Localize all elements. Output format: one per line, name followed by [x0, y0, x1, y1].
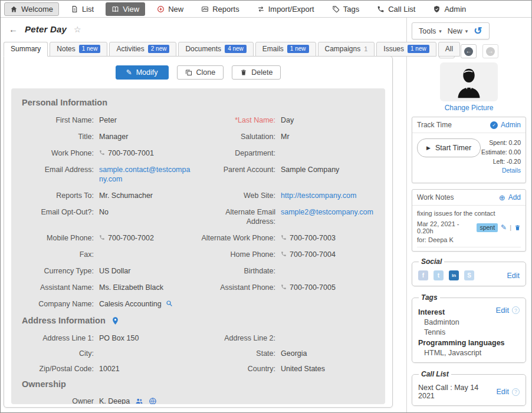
contact-avatar[interactable] [440, 62, 498, 101]
previous-record-button[interactable]: ← [461, 44, 477, 58]
nav-item-new[interactable]: New [151, 2, 189, 16]
team-icon[interactable] [135, 397, 143, 404]
tag-item: Badminton [424, 318, 520, 326]
call-list-section: Call List Next Call : May 14 2021 Edit ? [412, 370, 526, 406]
field-value: Calesis Accounting [99, 299, 193, 309]
field-value: 700-700-7003 [281, 233, 375, 243]
tools-menu-button[interactable]: Tools▾ [419, 27, 442, 35]
modify-button[interactable]: ✎ Modify [116, 65, 169, 80]
search-icon[interactable] [166, 300, 173, 307]
tab-notes[interactable]: Notes1 new [50, 42, 107, 57]
nav-item-list[interactable]: List [65, 2, 100, 16]
tag-item: Tennis [424, 328, 520, 336]
tags-icon [332, 5, 340, 13]
field-row: Currency Type:US DollarBirthdate: [22, 266, 375, 276]
trash-icon[interactable] [514, 224, 521, 231]
time-spent: Spent: 0.20 [481, 138, 521, 148]
social-edit-link[interactable]: Edit [507, 272, 520, 280]
tab-campaigns[interactable]: Campaigns1 [318, 42, 375, 57]
star-icon[interactable]: ☆ [74, 25, 81, 34]
field-row: Mobile Phone:700-700-7002Alternate Work … [22, 233, 375, 243]
nav-item-reports[interactable]: Reports [195, 2, 245, 16]
field-row: City:State:Georgia [22, 349, 375, 358]
tags-edit-link[interactable]: Edit [496, 306, 509, 315]
field-row: Fax:Home Phone:700-700-7004 [22, 250, 375, 259]
skype-icon[interactable]: S [464, 270, 474, 280]
next-record-button[interactable]: → [482, 44, 498, 58]
field-row: Reports To:Mr. SchumacherWeb Site:http:/… [22, 191, 375, 200]
tab-activities[interactable]: Activities2 new [109, 42, 176, 57]
tab-summary[interactable]: Summary [4, 42, 48, 57]
track-time-title: Track Time [417, 121, 452, 129]
right-sidebar: Tools▾ New▾ ↺ ↻ ← → Change Picture Track… [406, 18, 531, 412]
field-label: Currency Type: [22, 266, 94, 276]
record-detail-panel: Personal Information First Name:Peter*La… [11, 88, 385, 404]
field-value: sample.contact@testcompany.com [99, 165, 193, 184]
field-value: sample2@testcompany.com [281, 207, 375, 217]
pencil-icon[interactable]: ✎ [501, 224, 507, 231]
twitter-icon[interactable]: t [434, 270, 444, 280]
field-value: Manager [99, 132, 193, 141]
admin-icon [433, 5, 441, 13]
facebook-icon[interactable]: f [418, 270, 428, 280]
call-list-title: Call List [419, 370, 451, 378]
side-toolbar: Tools▾ New▾ ↺ [412, 22, 490, 39]
field-value: 700-700-7005 [281, 283, 375, 292]
field-value: Georgia [281, 349, 375, 358]
nav-item-welcome[interactable]: Welcome [4, 2, 59, 16]
new-count-badge: 1 new [287, 45, 309, 53]
list-icon [71, 5, 78, 13]
track-time-box: Track Time ✓ Admin ▶ Start Timer Spent: … [412, 117, 526, 183]
back-arrow-icon[interactable]: ← [9, 24, 18, 34]
caret-down-icon: ▾ [465, 28, 468, 34]
note-meta: Mar 22, 2021 - 0.20h spent ✎ | [417, 220, 521, 234]
call-list-edit-link[interactable]: Edit [496, 388, 509, 396]
globe-icon[interactable] [149, 397, 157, 404]
new-count-badge: 1 new [79, 45, 101, 53]
tab-documents[interactable]: Documents4 new [178, 42, 253, 57]
next-call-text: Next Call : May 14 2021 [418, 384, 493, 400]
nav-item-view[interactable]: View [106, 2, 145, 16]
view-icon [111, 5, 119, 13]
new-count-badge: 2 new [148, 45, 170, 53]
call-list-icon [377, 5, 385, 13]
page-header: ← Peter Day ☆ [1, 18, 406, 34]
tab-emails[interactable]: Emails1 new [255, 42, 316, 57]
tags-section: Tags Edit ? InterestBadmintonTennisProgr… [412, 293, 526, 363]
tag-group-name: Programming languages [418, 339, 520, 347]
import-export-icon [257, 5, 265, 13]
nav-item-tags[interactable]: Tags [326, 2, 365, 16]
home-icon [10, 5, 18, 13]
owner-label: Owner [22, 397, 94, 404]
field-label: Birthdate: [199, 266, 275, 276]
add-note-link[interactable]: Add [508, 193, 521, 201]
help-icon[interactable]: ? [512, 306, 520, 314]
tab-issues[interactable]: Issues1 new [376, 42, 436, 57]
change-picture-link[interactable]: Change Picture [445, 104, 494, 112]
field-label: Email Opt-Out?: [22, 207, 94, 217]
field-label: Fax: [22, 250, 94, 259]
ownership-heading: Ownership [22, 379, 375, 389]
field-label: Email Address: [22, 165, 94, 174]
clone-button[interactable]: Clone [177, 65, 224, 80]
field-label: State: [199, 349, 275, 358]
address-info-fields: Address Line 1:PO Box 150Address Line 2:… [22, 333, 375, 374]
field-label: Alternate Work Phone: [199, 233, 275, 243]
nav-item-call-list[interactable]: Call List [371, 2, 421, 16]
tab-all[interactable]: All [438, 42, 460, 57]
details-link[interactable]: Details [502, 167, 521, 174]
start-timer-button[interactable]: ▶ Start Timer [417, 138, 481, 157]
new-menu-button[interactable]: New▾ [448, 27, 468, 35]
admin-link[interactable]: Admin [501, 121, 521, 129]
field-row: Email Address:sample.contact@testcompany… [22, 165, 375, 184]
field-value: Ms. Elizabeth Black [99, 283, 193, 292]
delete-button[interactable]: Delete [232, 65, 281, 80]
new-count-badge: 4 new [225, 45, 247, 53]
help-icon[interactable]: ? [512, 388, 520, 396]
nav-item-import-export[interactable]: Import/Export [251, 2, 320, 16]
nav-item-admin[interactable]: Admin [427, 2, 472, 16]
linkedin-icon[interactable]: in [449, 270, 459, 280]
map-pin-icon[interactable] [111, 316, 120, 325]
history-icon[interactable]: ↺ [474, 26, 482, 36]
arrow-right-circle-icon: → [486, 47, 495, 56]
